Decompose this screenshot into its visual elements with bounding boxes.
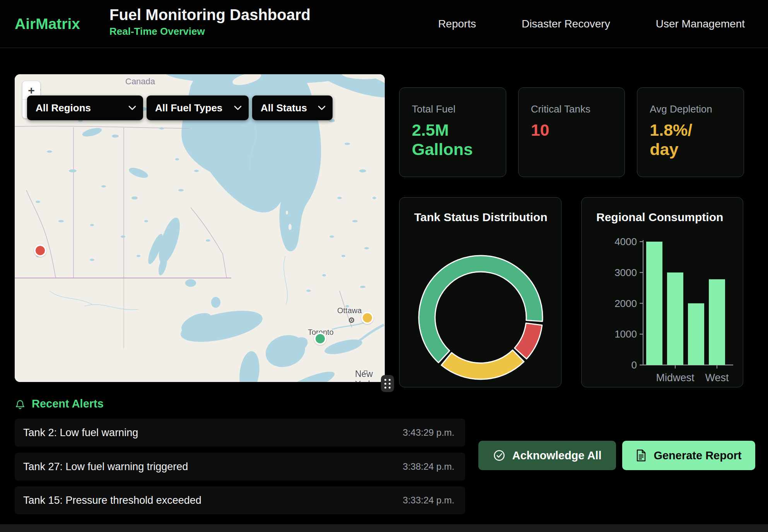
status-filter-label: All Status: [261, 102, 307, 114]
tank-status-donut-chart: [399, 225, 561, 387]
bell-icon: [15, 398, 26, 410]
svg-text:Midwest: Midwest: [656, 372, 695, 384]
nav-reports[interactable]: Reports: [438, 18, 476, 30]
tank-marker-warning[interactable]: [361, 312, 374, 324]
stat-card-avg-depletion: Avg Depletion 1.8%/day: [637, 87, 744, 177]
stat-card-total-fuel: Total Fuel 2.5MGallons: [399, 87, 506, 177]
alert-row[interactable]: Tank 15: Pressure threshold exceeded 3:3…: [15, 486, 465, 514]
chevron-down-icon: [128, 106, 136, 111]
status-filter-dropdown[interactable]: All Status: [252, 95, 333, 120]
app-header: AirMatrix Fuel Monitoring Dashboard Real…: [0, 0, 768, 48]
tank-marker-critical[interactable]: [34, 244, 46, 257]
nav-disaster-recovery[interactable]: Disaster Recovery: [522, 18, 610, 30]
new-york-town-dot: [364, 370, 367, 374]
alerts-header: Recent Alerts: [15, 397, 104, 410]
main-nav: Reports Disaster Recovery User Managemen…: [438, 0, 745, 48]
report-document-icon: [636, 449, 647, 462]
svg-text:West: West: [705, 372, 729, 384]
tank-status-card: Tank Status Distribution: [399, 197, 561, 387]
chart-title: Tank Status Distribution: [414, 211, 561, 224]
page-subtitle: Real-Time Overview: [109, 26, 311, 38]
fuel-map[interactable]: Canada Ottawa Toronto New York + All Reg…: [15, 74, 385, 382]
regional-consumption-card: Regional Consumption 01000200030004000Mi…: [581, 197, 743, 387]
alerts-title: Recent Alerts: [32, 397, 104, 410]
svg-text:1000: 1000: [614, 328, 637, 340]
bottom-strip: [0, 524, 768, 532]
stat-card-critical-tanks: Critical Tanks 10: [518, 87, 625, 177]
ottawa-town-dot: [349, 317, 354, 323]
chevron-down-icon: [234, 106, 242, 111]
regions-filter-label: All Regions: [36, 102, 91, 114]
brand-logo[interactable]: AirMatrix: [15, 15, 80, 32]
svg-text:3000: 3000: [614, 267, 637, 278]
stat-label: Total Fuel: [412, 103, 506, 115]
map-filter-row: All Regions All Fuel Types All Status: [27, 95, 333, 120]
alert-text: Tank 27: Low fuel warning triggered: [23, 461, 188, 473]
fuel-type-filter-label: All Fuel Types: [155, 102, 222, 114]
alert-time: 3:38:24 p.m.: [403, 461, 454, 472]
map-resize-grip-icon[interactable]: [381, 375, 394, 392]
generate-report-button[interactable]: Generate Report: [622, 441, 755, 470]
svg-text:0: 0: [631, 359, 637, 371]
page-title: Fuel Monitoring Dashboard: [109, 6, 311, 23]
chart-title: Regional Consumption: [596, 211, 743, 224]
alert-text: Tank 15: Pressure threshold exceeded: [23, 494, 201, 506]
map-label-ottawa: Ottawa: [337, 306, 362, 315]
map-label-canada: Canada: [125, 77, 155, 87]
svg-text:2000: 2000: [614, 298, 637, 309]
check-circle-icon: [493, 449, 505, 462]
regional-consumption-bar-chart: 01000200030004000MidwestWest: [582, 225, 743, 387]
stat-label: Avg Depletion: [650, 103, 744, 115]
alert-time: 3:43:29 p.m.: [403, 427, 454, 438]
alert-time: 3:33:24 p.m.: [403, 495, 454, 506]
tank-marker-normal[interactable]: [314, 332, 326, 345]
chevron-down-icon: [318, 106, 326, 111]
acknowledge-all-button[interactable]: Acknowledge All: [478, 441, 616, 470]
stat-label: Critical Tanks: [531, 103, 625, 115]
svg-text:4000: 4000: [614, 236, 637, 247]
nav-user-management[interactable]: User Management: [656, 18, 745, 30]
alert-row[interactable]: Tank 2: Low fuel warning 3:43:29 p.m.: [15, 419, 465, 447]
fuel-type-filter-dropdown[interactable]: All Fuel Types: [147, 95, 249, 120]
stat-value: 10: [531, 121, 625, 140]
stats-row: Total Fuel 2.5MGallons Critical Tanks 10…: [399, 87, 744, 177]
title-block: Fuel Monitoring Dashboard Real-Time Over…: [109, 6, 311, 38]
stat-value: 2.5MGallons: [412, 121, 506, 159]
alert-row[interactable]: Tank 27: Low fuel warning triggered 3:38…: [15, 453, 465, 481]
regions-filter-dropdown[interactable]: All Regions: [27, 95, 143, 120]
alert-text: Tank 2: Low fuel warning: [23, 427, 138, 439]
map-label-new-york: New York: [355, 369, 385, 382]
stat-value: 1.8%/day: [650, 121, 744, 159]
